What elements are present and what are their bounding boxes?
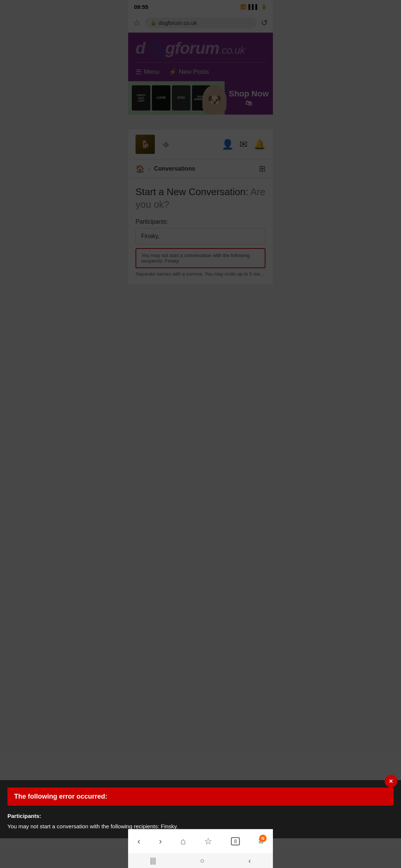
error-overlay: × The following error occurred: Particip… xyxy=(128,0,273,284)
